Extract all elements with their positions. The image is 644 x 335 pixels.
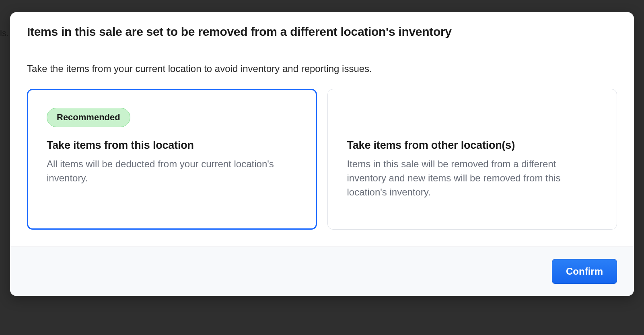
option-title: Take items from this location [47,139,297,152]
recommended-badge: Recommended [47,108,130,127]
backdrop-text-fragment: ls. [0,28,9,39]
modal-title: Items in this sale are set to be removed… [27,25,617,39]
option-title: Take items from other location(s) [347,139,598,152]
confirm-button[interactable]: Confirm [552,259,617,284]
modal-body: Take the items from your current locatio… [10,50,634,247]
modal-header: Items in this sale are set to be removed… [10,12,634,50]
option-row: Recommended Take items from this locatio… [27,89,617,230]
option-take-from-this-location[interactable]: Recommended Take items from this locatio… [27,89,317,230]
inventory-location-modal: Items in this sale are set to be removed… [10,12,634,296]
option-spacer [347,108,598,139]
option-description: All items will be deducted from your cur… [47,157,297,185]
modal-subtitle: Take the items from your current locatio… [27,63,617,74]
modal-footer: Confirm [10,247,634,296]
option-take-from-other-locations[interactable]: Take items from other location(s) Items … [327,89,617,230]
option-description: Items in this sale will be removed from … [347,157,598,199]
